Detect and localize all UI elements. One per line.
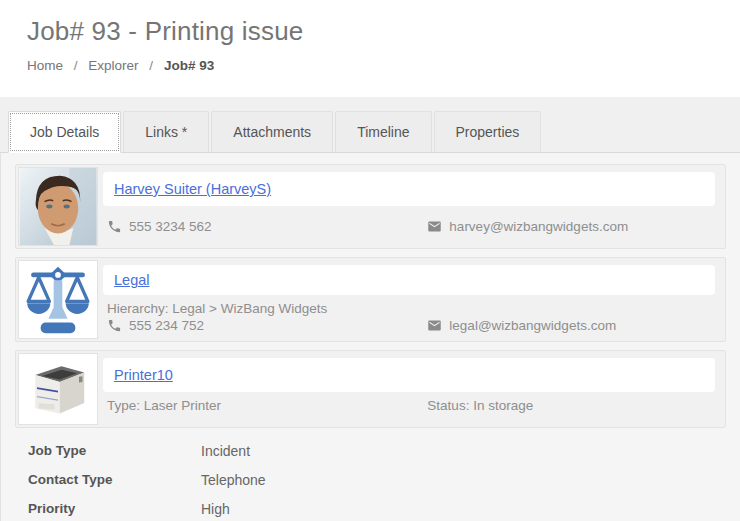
page-title: Job# 93 - Printing issue	[27, 16, 713, 47]
field-label: Job Type	[28, 443, 201, 458]
linked-asset-card: Printer10 Type: Laser Printer Status: In…	[15, 350, 726, 428]
asset-name-box: Printer10	[103, 358, 715, 392]
job-fields: Job Type Incident Contact Type Telephone…	[28, 436, 726, 521]
organization-link[interactable]: Legal	[114, 272, 149, 288]
organization-phone: 555 234 752	[129, 318, 204, 333]
tab-attachments[interactable]: Attachments	[211, 111, 333, 152]
breadcrumb-separator: /	[74, 58, 78, 73]
phone-icon	[107, 318, 122, 333]
tab-job-details[interactable]: Job Details	[8, 111, 121, 153]
contact-email: harvey@wizbangwidgets.com	[449, 219, 628, 234]
envelope-icon	[427, 318, 442, 333]
tab-properties[interactable]: Properties	[434, 111, 542, 152]
breadcrumb-home[interactable]: Home	[27, 58, 63, 73]
envelope-icon	[427, 219, 442, 234]
breadcrumb-current: Job# 93	[164, 58, 214, 73]
person-photo	[18, 167, 98, 246]
contact-link[interactable]: Harvey Suiter (HarveyS)	[114, 181, 271, 197]
organization-hierarchy: Hierarchy: Legal > WizBang Widgets	[103, 301, 715, 316]
asset-link[interactable]: Printer10	[114, 367, 173, 383]
field-value: Telephone	[201, 472, 266, 488]
breadcrumb: Home / Explorer / Job# 93	[27, 58, 713, 73]
field-contact-type: Contact Type Telephone	[28, 465, 726, 494]
phone-icon	[107, 219, 122, 234]
scales-icon	[18, 260, 98, 339]
job-details-panel: Harvey Suiter (HarveyS) 555 3234 562 har…	[0, 153, 740, 521]
field-job-type: Job Type Incident	[28, 436, 726, 465]
field-priority: Priority High	[28, 494, 726, 521]
contact-phone: 555 3234 562	[129, 219, 212, 234]
field-value: Incident	[201, 443, 250, 459]
linked-organization-card: Legal Hierarchy: Legal > WizBang Widgets…	[15, 257, 726, 342]
field-value: High	[201, 501, 230, 517]
contact-name-box: Harvey Suiter (HarveyS)	[103, 172, 715, 206]
asset-status: Status: In storage	[427, 398, 533, 413]
field-label: Priority	[28, 501, 201, 516]
linked-contact-card: Harvey Suiter (HarveyS) 555 3234 562 har…	[15, 164, 726, 249]
organization-email: legal@wizbangwidgets.com	[449, 318, 616, 333]
tab-links[interactable]: Links *	[123, 111, 209, 152]
breadcrumb-explorer[interactable]: Explorer	[88, 58, 138, 73]
organization-name-box: Legal	[103, 265, 715, 295]
page-header: Job# 93 - Printing issue Home / Explorer…	[0, 0, 740, 97]
breadcrumb-separator: /	[149, 58, 153, 73]
tab-timeline[interactable]: Timeline	[335, 111, 431, 152]
tab-bar: Job Details Links * Attachments Timeline…	[0, 97, 740, 153]
asset-type: Type: Laser Printer	[107, 398, 221, 413]
printer-photo	[18, 353, 98, 425]
field-label: Contact Type	[28, 472, 201, 487]
